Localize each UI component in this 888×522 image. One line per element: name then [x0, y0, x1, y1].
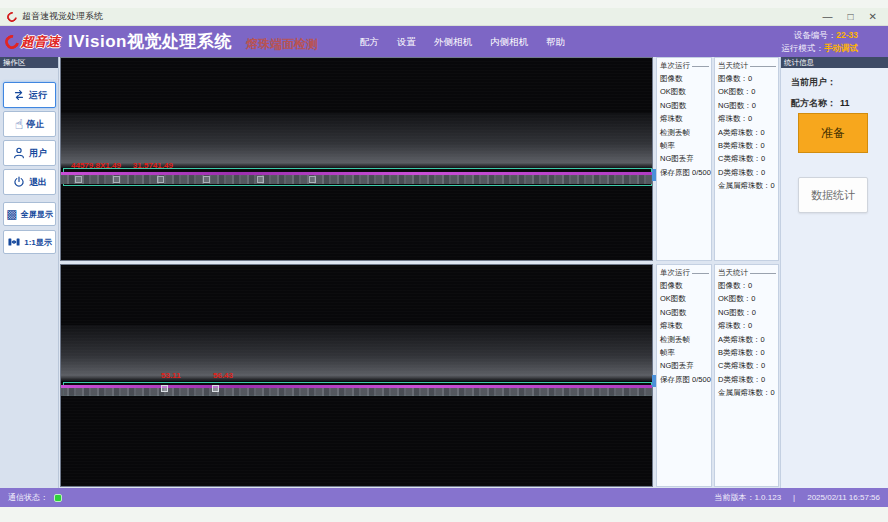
menu-item[interactable]: 帮助 [546, 36, 565, 49]
os-titlebar: 超音速视觉处理系统 — □ ✕ [0, 8, 888, 26]
user-icon [12, 146, 26, 160]
operation-area-header: 操作区 [0, 57, 58, 68]
daily-stats-bottom: 当天统计 图像数：0OK图数：0NG图数：0熔珠数：0A类熔珠数：0B类熔珠数：… [714, 264, 779, 487]
run-button[interactable]: 运行 [3, 82, 56, 108]
stat-row: A类熔珠数：0 [715, 126, 778, 139]
version-value: 1.0.123 [754, 493, 781, 502]
defect-marker [157, 176, 164, 183]
current-user-label: 当前用户： [791, 77, 836, 87]
stat-row: 图像数 [657, 72, 711, 85]
device-id-value: 22-33 [836, 30, 858, 40]
menu-item[interactable]: 外侧相机 [434, 36, 472, 49]
bead-surface [61, 388, 652, 396]
power-icon [12, 175, 26, 189]
stat-row: D类熔珠数：0 [715, 373, 778, 386]
user-button-label: 用户 [29, 147, 47, 160]
app-logo-icon [5, 10, 19, 24]
stat-row: 金属屑熔珠数：0 [715, 386, 778, 399]
single-run-header: 单次运行 [657, 265, 711, 279]
stat-row: 图像数：0 [715, 279, 778, 292]
ratio-button-label: 1:1显示 [24, 237, 52, 248]
main-menu: 配方设置外侧相机内侧相机帮助 [360, 36, 565, 49]
defect-marker [309, 176, 316, 183]
comm-status-label: 通信状态： [8, 492, 48, 503]
stat-row: 保存原图 0/500 [657, 166, 711, 179]
grid-fullscreen-icon: ▩ [6, 207, 17, 221]
reflection-band [61, 325, 652, 381]
stat-row: 保存原图 0/500 [657, 373, 711, 386]
data-statistics-button[interactable]: 数据统计 [798, 177, 868, 213]
stat-row: 熔珠数 [657, 112, 711, 125]
daily-stats-header: 当天统计 [715, 265, 778, 279]
status-bar: 通信状态： 当前版本：1.0.123 | 2025/02/11 16:57:56 [0, 488, 888, 507]
brand-name: 超音速 [21, 33, 60, 51]
device-id-label: 设备编号： [794, 30, 837, 40]
defect-marker [203, 176, 210, 183]
defect-marker [113, 176, 120, 183]
app-title: IVision视觉处理系统 [68, 30, 232, 53]
run-button-label: 运行 [29, 89, 47, 102]
fullscreen-button-label: 全屏显示 [21, 209, 53, 220]
menu-item[interactable]: 设置 [397, 36, 416, 49]
stat-row: B类熔珠数：0 [715, 346, 778, 359]
stat-row: NG图数：0 [715, 99, 778, 112]
exit-button[interactable]: 退出 [3, 169, 56, 195]
ratio-1-1-button[interactable]: 1:1显示 [3, 230, 56, 254]
stat-row: NG图数：0 [715, 306, 778, 319]
stat-row: OK图数 [657, 292, 711, 305]
measurement-value: 56.43 [213, 371, 233, 380]
single-run-stats-top: 单次运行 图像数OK图数NG图数熔珠数检测丢帧帧率NG图丢弃保存原图 0/500 [656, 57, 712, 261]
stat-row: 图像数：0 [715, 72, 778, 85]
separator: | [793, 493, 795, 502]
operation-sidebar: 操作区 运行 ☝ 停止 用户 退出 ▩ 全屏显示 [0, 57, 59, 488]
stat-row: 熔珠数 [657, 319, 711, 332]
defect-marker [257, 176, 264, 183]
stat-row: 帧率 [657, 139, 711, 152]
hand-stop-icon: ☝ [15, 117, 24, 131]
run-cycle-icon [12, 88, 26, 102]
minimize-button[interactable]: — [823, 12, 833, 22]
stat-row: 熔珠数：0 [715, 112, 778, 125]
recipe-name-value: 11 [840, 98, 850, 108]
stat-row: 图像数 [657, 279, 711, 292]
close-button[interactable]: ✕ [869, 12, 877, 22]
stat-row: 熔珠数：0 [715, 319, 778, 332]
statistics-info-header: 统计信息 [781, 57, 888, 68]
inspection-mode-title: 熔珠端面检测 [246, 36, 318, 53]
menu-item[interactable]: 内侧相机 [490, 36, 528, 49]
recipe-name-label: 配方名称： [791, 98, 836, 108]
stat-row: NG图丢弃 [657, 359, 711, 372]
main-content: 操作区 运行 ☝ 停止 用户 退出 ▩ 全屏显示 [0, 57, 888, 488]
comm-status-indicator [54, 494, 62, 502]
maximize-button[interactable]: □ [848, 12, 854, 22]
stat-row: 检测丢帧 [657, 333, 711, 346]
stop-button[interactable]: ☝ 停止 [3, 111, 56, 137]
prepare-button[interactable]: 准备 [798, 113, 868, 153]
one-to-one-icon [7, 235, 21, 249]
reflection-band [61, 113, 652, 168]
stat-row: C类熔珠数：0 [715, 359, 778, 372]
stat-row: 帧率 [657, 346, 711, 359]
stat-row: B类熔珠数：0 [715, 139, 778, 152]
fullscreen-button[interactable]: ▩ 全屏显示 [3, 202, 56, 226]
run-mode-value: 手动调试 [824, 43, 858, 53]
brand-logo: 超音速 [5, 33, 60, 51]
stat-row: OK图数：0 [715, 292, 778, 305]
camera-viewport-bottom: 53.11 56.43 [60, 264, 653, 487]
app-header: 超音速 IVision视觉处理系统 熔珠端面检测 配方设置外侧相机内侧相机帮助 … [0, 26, 888, 57]
single-run-stats-bottom: 单次运行 图像数OK图数NG图数熔珠数检测丢帧帧率NG图丢弃保存原图 0/500 [656, 264, 712, 487]
defect-marker [75, 176, 82, 183]
stat-row: C类熔珠数：0 [715, 152, 778, 165]
menu-item[interactable]: 配方 [360, 36, 379, 49]
single-run-header: 单次运行 [657, 58, 711, 72]
stat-row: D类熔珠数：0 [715, 166, 778, 179]
user-button[interactable]: 用户 [3, 140, 56, 166]
version-label: 当前版本： [714, 493, 754, 502]
window-title: 超音速视觉处理系统 [22, 10, 103, 23]
version-info: 当前版本：1.0.123 | 2025/02/11 16:57:56 [714, 492, 880, 503]
stat-row: 金属屑熔珠数：0 [715, 179, 778, 192]
stat-row: NG图数 [657, 99, 711, 112]
daily-stats-top: 当天统计 图像数：0OK图数：0NG图数：0熔珠数：0A类熔珠数：0B类熔珠数：… [714, 57, 779, 261]
statistics-info-panel: 统计信息 当前用户： 配方名称：11 准备 数据统计 [780, 57, 888, 488]
window-controls: — □ ✕ [823, 12, 881, 22]
